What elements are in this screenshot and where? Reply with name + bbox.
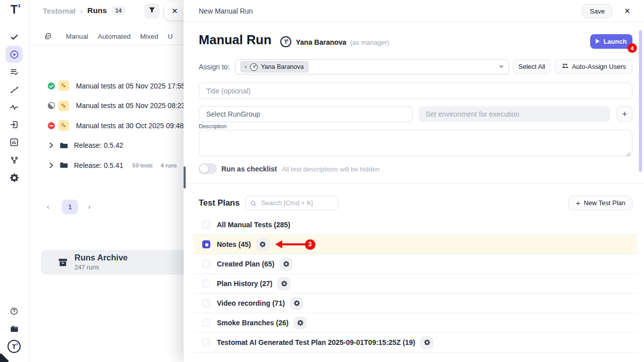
modal-close-icon[interactable]: ✕ [624,7,630,16]
owner-role: (as manager) [350,39,389,46]
select-all-button[interactable]: Select All [513,59,550,74]
test-plan-row[interactable]: Video recording (71) [194,294,637,313]
plan-settings-button[interactable] [257,238,269,251]
run-title: Manual tests at 05 Nov 2025 08:23 [76,102,185,110]
play-icon [596,38,600,45]
new-test-plan-button[interactable]: + New Test Plan [569,196,632,210]
save-button[interactable]: Save [582,4,612,18]
remove-tag-icon[interactable]: × [244,64,247,70]
plan-checkbox[interactable] [202,221,210,229]
assignee-select[interactable]: × T Yana Baranova [235,59,509,74]
plan-checkbox[interactable] [202,280,210,288]
gear-icon [10,173,19,182]
org-avatar: T [8,340,21,353]
app-logo[interactable]: T [0,3,28,17]
folder-icon [58,161,69,169]
plan-checkbox[interactable] [202,240,210,248]
breadcrumb-project[interactable]: Testomat [43,7,76,15]
filter-button[interactable] [144,4,159,19]
sidebar-item-projects[interactable] [6,320,23,337]
sidebar-item-steps[interactable] [6,81,23,98]
plan-label: Smoke Branches (26) [217,319,288,327]
checklist-hint: All test descriptions will be hidden [282,165,379,173]
plan-settings-button[interactable] [278,278,290,290]
sidebar-item-tests[interactable] [6,28,23,45]
new-manual-run-modal: New Manual Run Save ✕ Manual Run T Yana … [184,0,644,362]
sidebar-item-analytics[interactable] [6,134,23,151]
sidebar-item-activity[interactable] [6,99,23,116]
test-plans-heading: Test Plans [199,198,239,208]
add-environment-button[interactable]: + [617,106,632,122]
plan-label: Created Plan (65) [217,260,274,268]
sidebar-item-test-plans[interactable] [6,63,23,80]
check-icon [10,33,19,41]
plan-checkbox[interactable] [202,338,210,346]
sidebar-item-settings[interactable] [6,169,23,186]
sidebar-bottom-nav: T [0,303,28,355]
sidebar-profile-avatar[interactable]: T [6,338,23,355]
tab-automated[interactable]: Automated [98,33,130,40]
sidebar: T [0,0,29,362]
panel-scrollbar-thumb[interactable] [184,166,186,189]
users-icon [561,62,569,71]
status-passed-icon [47,82,55,90]
test-plan-list: All Manual Tests (285) Notes (45) 3 Crea… [194,215,637,352]
launch-button[interactable]: Launch 4 [590,34,632,49]
modal-scrollbar-thumb[interactable] [639,30,642,172]
sidebar-item-branches[interactable] [6,151,23,168]
auto-assign-button[interactable]: Auto-Assign Users [555,59,632,74]
plan-settings-button[interactable] [294,317,306,329]
close-icon[interactable]: ✕ [172,7,178,16]
chevron-right-icon[interactable] [47,142,55,148]
runs-count-badge: 14 [111,6,125,15]
archive-count: 247 runs [74,264,99,271]
test-plan-row[interactable]: Smoke Branches (26) [194,313,637,333]
manual-run-icon [58,80,69,91]
bar-chart-icon [10,138,19,147]
test-plan-row[interactable]: Created Plan (65) [194,254,637,274]
test-plan-row[interactable]: All Manual Tests (285) [194,215,637,235]
assign-to-label: Assign to: [199,63,229,71]
breadcrumb-current: Runs [88,6,107,15]
plan-checkbox[interactable] [202,260,210,268]
run-as-checklist-toggle[interactable] [199,163,217,174]
search-input[interactable] [245,196,338,210]
copy-check-icon[interactable] [44,33,52,40]
pagination-prev[interactable]: ‹ [47,202,49,211]
annotation-arrow: 3 [275,239,315,250]
tab-clipped[interactable]: U [168,33,173,40]
breadcrumb: Testomat › Runs 14 [43,6,126,15]
arrow-head [275,240,282,248]
test-plan-row[interactable]: Plan History (27) [194,274,637,294]
plan-checkbox[interactable] [202,299,210,307]
branch-icon [10,156,19,164]
chevron-right-icon[interactable] [47,162,55,168]
sidebar-item-import[interactable] [6,116,23,133]
test-plans-search [245,196,338,210]
plan-settings-button[interactable] [421,336,433,349]
sidebar-item-help[interactable] [6,303,23,320]
test-plan-row[interactable]: Notes (45) 3 [194,235,637,254]
funnel-icon [148,7,155,16]
pagination-next[interactable]: › [88,202,91,211]
release-title: Release: 0.5.41 [74,161,123,169]
sidebar-item-runs[interactable] [6,46,23,63]
test-plan-row[interactable]: Testomat AI Generated Test Plan 2025-09-… [194,333,637,352]
rungroup-select[interactable] [199,106,413,122]
plan-checkbox[interactable] [202,319,210,327]
release-runs-count: 4 runs [160,162,177,168]
play-circle-icon [10,50,19,59]
help-icon [10,307,19,316]
run-title: Manual tests at 05 Nov 2025 17:55 [76,82,185,90]
description-label: Description [199,123,226,129]
plus-icon: + [576,199,580,207]
search-icon [250,200,257,209]
tab-manual[interactable]: Manual [66,33,88,40]
plan-settings-button[interactable] [280,258,292,270]
tab-mixed[interactable]: Mixed [140,33,158,40]
pagination-page-1[interactable]: 1 [62,200,78,214]
description-textarea[interactable] [199,130,632,156]
environment-input[interactable] [419,106,610,122]
run-title-input[interactable] [199,82,632,99]
plan-settings-button[interactable] [290,297,303,310]
